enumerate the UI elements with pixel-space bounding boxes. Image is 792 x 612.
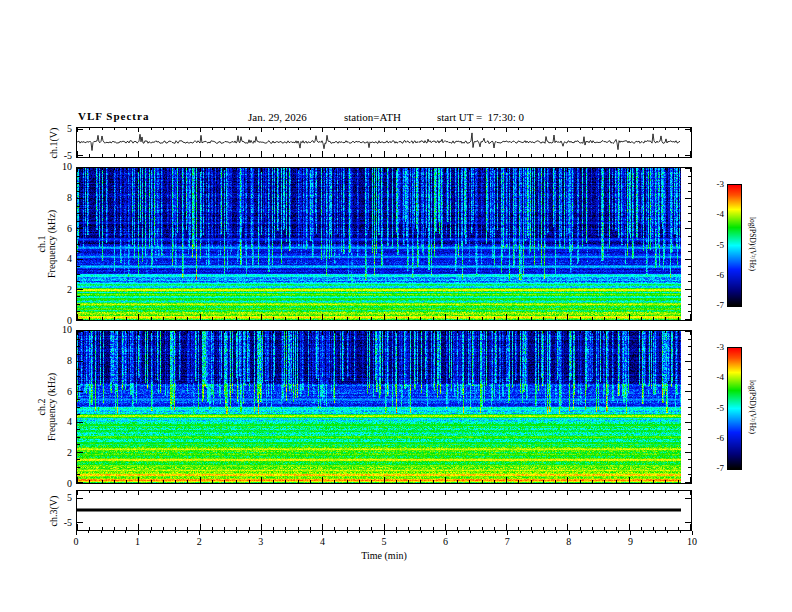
colorbar-tick-label: -4: [699, 209, 724, 220]
x-axis-tick: [569, 531, 570, 535]
x-tick-label: 2: [188, 536, 210, 547]
x-tick-label: 1: [127, 536, 149, 547]
colorbar-tick-label: -5: [699, 240, 724, 251]
y-axis-label: ch.3(V): [49, 436, 59, 586]
x-axis-minor-tick: [593, 531, 594, 533]
x-tick-label: 7: [496, 536, 518, 547]
x-axis-minor-tick: [606, 531, 607, 533]
ch2-spectrogram-panel: [76, 330, 692, 484]
ch1-spectrogram-panel: [76, 167, 692, 321]
x-axis-tick: [630, 531, 631, 535]
x-axis-minor-tick: [150, 531, 151, 533]
x-axis-tick: [199, 531, 200, 535]
colorbar-ch1-canvas: [728, 185, 741, 306]
x-axis-minor-tick: [520, 531, 521, 533]
x-axis-minor-tick: [421, 531, 422, 533]
colorbar-tick-label: -3: [699, 342, 724, 353]
x-axis-minor-tick: [655, 531, 656, 533]
x-axis-minor-tick: [396, 531, 397, 533]
colorbar-axis-label: log(PSD)/(V²/Hz): [748, 362, 756, 452]
colorbar-tick-label: -7: [699, 463, 724, 474]
x-axis-label: Time (min): [334, 550, 434, 561]
y-axis-label: ch.1Frequency (kHz): [37, 169, 57, 319]
figure-title: VLF Spectra: [78, 110, 149, 122]
ch1-spectrogram-canvas: [77, 168, 691, 320]
ch1-waveform-panel: [76, 127, 692, 158]
x-axis-minor-tick: [113, 531, 114, 533]
x-axis-minor-tick: [532, 531, 533, 533]
y-axis-label-line: ch.3(V): [49, 436, 59, 586]
x-axis-minor-tick: [359, 531, 360, 533]
x-axis-minor-tick: [643, 531, 644, 533]
x-tick-label: 10: [681, 536, 703, 547]
colorbar-ch2-canvas: [728, 348, 741, 469]
x-axis-minor-tick: [298, 531, 299, 533]
colorbar-tick-label: -6: [699, 270, 724, 281]
x-axis-minor-tick: [187, 531, 188, 533]
x-axis-minor-tick: [273, 531, 274, 533]
x-axis-minor-tick: [680, 531, 681, 533]
x-axis-tick: [76, 531, 77, 535]
start-ut-label: start UT = 17:30: 0: [437, 111, 524, 123]
x-axis-minor-tick: [175, 531, 176, 533]
x-tick-label: 9: [619, 536, 641, 547]
x-axis-minor-tick: [372, 531, 373, 533]
date-label: Jan. 29, 2026: [248, 111, 307, 123]
x-tick-label: 4: [311, 536, 333, 547]
x-axis-minor-tick: [483, 531, 484, 533]
x-axis-minor-tick: [667, 531, 668, 533]
colorbar-axis-label: log(PSD)/(V²/Hz): [748, 199, 756, 289]
x-axis-minor-tick: [212, 531, 213, 533]
colorbar-tick-label: -7: [699, 300, 724, 311]
colorbar-ch1: [727, 184, 742, 307]
x-axis-minor-tick: [409, 531, 410, 533]
x-axis-tick: [138, 531, 139, 535]
ch3-waveform-panel: [76, 490, 692, 531]
x-axis-tick: [261, 531, 262, 535]
x-axis-minor-tick: [544, 531, 545, 533]
x-axis-minor-tick: [458, 531, 459, 533]
x-axis-tick: [384, 531, 385, 535]
y-axis-label-line: Frequency (kHz): [47, 169, 57, 319]
station-label: station=ATH: [344, 111, 401, 123]
x-axis-tick: [322, 531, 323, 535]
x-tick-label: 5: [373, 536, 395, 547]
x-axis-minor-tick: [433, 531, 434, 533]
x-tick-label: 3: [250, 536, 272, 547]
x-axis-minor-tick: [495, 531, 496, 533]
x-axis-minor-tick: [347, 531, 348, 533]
x-axis-tick: [692, 531, 693, 535]
x-axis-minor-tick: [310, 531, 311, 533]
x-axis-minor-tick: [618, 531, 619, 533]
x-axis-tick: [507, 531, 508, 535]
x-axis-minor-tick: [581, 531, 582, 533]
x-axis-minor-tick: [248, 531, 249, 533]
x-tick-label: 8: [558, 536, 580, 547]
vlf-spectra-figure: VLF Spectra Jan. 29, 2026 station=ATH st…: [0, 0, 792, 612]
colorbar-ch2: [727, 347, 742, 470]
ch1-waveform-canvas: [77, 128, 691, 157]
colorbar-tick-label: -3: [699, 179, 724, 190]
x-axis-minor-tick: [162, 531, 163, 533]
x-tick-label: 0: [65, 536, 87, 547]
x-axis-minor-tick: [556, 531, 557, 533]
x-axis-minor-tick: [236, 531, 237, 533]
ch3-waveform-canvas: [77, 491, 691, 530]
x-tick-label: 6: [435, 536, 457, 547]
x-axis-minor-tick: [125, 531, 126, 533]
x-axis-minor-tick: [285, 531, 286, 533]
colorbar-tick-label: -6: [699, 433, 724, 444]
x-axis-minor-tick: [470, 531, 471, 533]
x-axis-minor-tick: [88, 531, 89, 533]
colorbar-tick-label: -4: [699, 372, 724, 383]
colorbar-tick-label: -5: [699, 403, 724, 414]
x-axis-minor-tick: [101, 531, 102, 533]
x-axis-minor-tick: [224, 531, 225, 533]
ch2-spectrogram-canvas: [77, 331, 691, 483]
x-axis-minor-tick: [335, 531, 336, 533]
x-axis-tick: [446, 531, 447, 535]
